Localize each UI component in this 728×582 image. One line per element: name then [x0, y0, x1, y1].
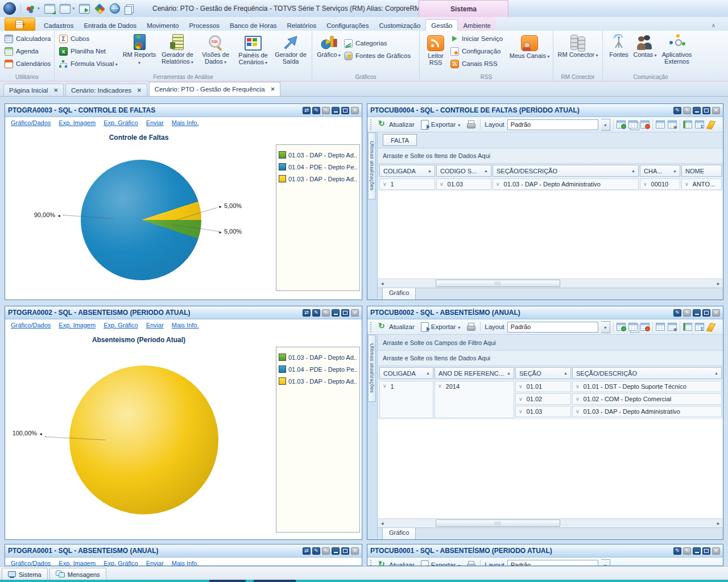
column-header-secao-descricao[interactable]: SEÇÃO/DESCRIÇÃO	[493, 165, 639, 177]
ribbon-item-meus-canais[interactable]: Meus Canais	[509, 32, 550, 60]
ribbon-item-paineis-de-cenarios[interactable]: Painéis de Cenários	[234, 32, 272, 66]
layout-save-icon[interactable]	[617, 323, 626, 331]
doc-tab-cenario-pto[interactable]: Cenário: PTO - Gestão de Frequência	[149, 82, 281, 96]
close-icon[interactable]	[712, 107, 720, 114]
grid-cell-ano[interactable]: 2014	[435, 381, 514, 418]
scroll-right-arrow[interactable]: ▶	[714, 519, 722, 527]
layout-save-icon[interactable]	[617, 120, 626, 128]
navigator-icon[interactable]	[94, 3, 106, 14]
ribbon-item-fontes-de-graficos[interactable]: Fontes de Gráficos	[342, 49, 416, 62]
ribbon-item-gerador-de-saida[interactable]: Gerador de Saída	[272, 32, 309, 65]
close-icon[interactable]	[351, 309, 359, 317]
ribbon-tab-relatorios[interactable]: Relatórios	[282, 20, 322, 31]
ribbon-item-aplicativos-externos[interactable]: Aplicativos Externos	[658, 32, 696, 65]
ribbon-tab-entrada-de-dados[interactable]: Entrada de Dados	[78, 20, 142, 31]
grid-cell[interactable]: ANTO...	[681, 178, 722, 190]
column-header-secao[interactable]: SEÇÃO	[515, 367, 571, 379]
ribbon-tab-processos[interactable]: Processos	[184, 20, 225, 31]
ribbon-tab-configuracoes[interactable]: Configurações	[321, 20, 374, 31]
column-header-secao-descricao[interactable]: SEÇÃO/DESCRIÇÃO	[572, 367, 722, 379]
column-header-nome[interactable]: NOME	[681, 165, 722, 177]
column-header-codigo[interactable]: CODIGO S...	[436, 165, 491, 177]
export-button[interactable]: Exportar	[419, 560, 462, 567]
link-exp-grafico[interactable]: Exp. Gráfico	[104, 119, 138, 126]
doc-tab-cenario-indicadores[interactable]: Cenário: Indicadores	[65, 84, 147, 96]
restore-icon[interactable]	[341, 547, 349, 555]
grid-cell[interactable]: 1	[379, 178, 435, 190]
edit-icon[interactable]	[312, 547, 320, 555]
column-header-coligada[interactable]: COLIGADA	[379, 367, 433, 379]
edit-icon[interactable]	[312, 309, 320, 317]
ribbon-tab-movimento[interactable]: Movimento	[142, 20, 184, 31]
totals-icon[interactable]	[695, 120, 704, 128]
link-mais-info[interactable]: Mais Info.	[172, 322, 199, 329]
layout-select-caret[interactable]	[601, 321, 610, 333]
tab-grafico[interactable]: Gráfico	[382, 288, 416, 300]
ribbon-item-iniciar-servico[interactable]: Iniciar Serviço	[449, 32, 509, 45]
grid-cell-descricao[interactable]: 01.03 - DAP - Depto Administrativo	[572, 406, 722, 417]
grid-cell[interactable]: 01.03 - DAP - Depto Administrativo	[493, 178, 639, 190]
copy-pages-icon[interactable]	[126, 5, 134, 13]
dropdown-caret-icon[interactable]: ▾	[73, 6, 75, 11]
scrollbar-track[interactable]	[386, 280, 714, 287]
totals-icon[interactable]	[695, 323, 704, 331]
quick-action-icon[interactable]	[707, 120, 716, 128]
grid-cell-secao[interactable]: 01.02	[515, 393, 571, 405]
layout-delete-icon[interactable]	[640, 323, 650, 331]
link-exp-imagem[interactable]: Exp. Imagem	[59, 322, 96, 329]
refresh-button[interactable]: Atualizar	[376, 119, 416, 130]
ribbon-item-categorias[interactable]: Categorias	[342, 37, 416, 49]
ribbon-tab-gestao[interactable]: Gestão	[425, 19, 458, 31]
print-button[interactable]	[465, 560, 477, 566]
doc-tab-pagina-inicial[interactable]: Página Inicial	[3, 84, 64, 96]
ribbon-item-gerador-de-relatorios[interactable]: Gerador de Relatórios	[158, 32, 197, 65]
layout-select[interactable]: Padrão	[507, 560, 598, 567]
layout-select-caret[interactable]	[601, 119, 610, 131]
ribbon-tab-banco-de-horas[interactable]: Banco de Horas	[225, 20, 282, 31]
toolbar-grip[interactable]	[370, 119, 373, 130]
restore-icon[interactable]	[702, 107, 710, 114]
grid-cell-secao[interactable]: 01.01	[515, 381, 571, 392]
grid-cell-coligada[interactable]: 1	[379, 381, 433, 418]
link-grafico-dados[interactable]: Gráfico/Dados	[11, 119, 51, 126]
refresh-icon[interactable]	[303, 309, 311, 317]
refresh-button[interactable]: Atualizar	[376, 322, 416, 332]
ribbon-item-contas[interactable]: Contas	[632, 32, 658, 59]
edit-icon[interactable]	[312, 107, 320, 114]
link-grafico-dados[interactable]: Gráfico/Dados	[11, 560, 51, 566]
ribbon-item-fontes[interactable]: Fontes	[606, 32, 632, 58]
grid-settings-icon[interactable]	[668, 323, 677, 331]
link-exp-imagem[interactable]: Exp. Imagem	[59, 560, 96, 566]
close-icon[interactable]	[271, 86, 275, 92]
new-window-icon[interactable]	[44, 4, 55, 14]
app-logo-icon[interactable]	[3, 2, 16, 15]
grid-cell-descricao[interactable]: 01.02 - COM - Depto Comercial	[572, 393, 722, 405]
ribbon-item-visoes-de-dados[interactable]: Visões de Dados	[197, 32, 234, 65]
export-button[interactable]: Exportar	[419, 119, 462, 130]
tab-grafico[interactable]: Gráfico	[382, 528, 416, 540]
refresh-button[interactable]: Atualizar	[376, 560, 416, 566]
layout-delete-icon[interactable]	[640, 120, 650, 128]
link-enviar[interactable]: Enviar	[146, 119, 164, 126]
ribbon-tab-cadastros[interactable]: Cadastros	[39, 20, 78, 31]
minimize-icon[interactable]	[332, 309, 340, 317]
link-mais-info[interactable]: Mais Info.	[172, 560, 199, 566]
ribbon-tab-ambiente[interactable]: Ambiente	[458, 20, 496, 31]
side-tab-ultimas-atualizacoes[interactable]: Últimas atualizações	[368, 132, 376, 199]
toolbar-grip[interactable]	[370, 322, 373, 332]
layout-copy-icon[interactable]	[628, 323, 638, 331]
restore-icon[interactable]	[702, 309, 710, 317]
scrollbar-thumb[interactable]	[436, 519, 560, 527]
ribbon-item-rm-reports[interactable]: RM Reports	[121, 32, 158, 66]
window-icon[interactable]	[60, 4, 71, 14]
layout-copy-icon[interactable]	[628, 120, 638, 128]
column-header-chapa[interactable]: CHA...	[640, 165, 680, 177]
column-header-ano-referencia[interactable]: ANO DE REFERENC...	[435, 367, 514, 379]
scroll-left-arrow[interactable]: ◀	[378, 519, 386, 527]
application-menu-button[interactable]: ▾	[5, 18, 35, 31]
edit-icon[interactable]	[673, 547, 681, 555]
link-exp-imagem[interactable]: Exp. Imagem	[59, 119, 96, 126]
globe-icon[interactable]	[110, 3, 120, 14]
side-tab-ultimas-atualizacoes[interactable]: Últimas atualizações	[368, 335, 376, 402]
print-button[interactable]	[465, 322, 477, 332]
